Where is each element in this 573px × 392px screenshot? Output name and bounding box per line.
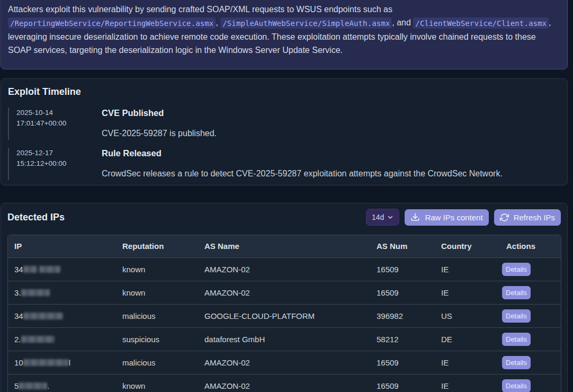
- details-4[interactable]: Details: [502, 333, 531, 346]
- ip-row-5: 10l maliciousAMAZON-0216509IE Details: [8, 351, 561, 374]
- days-select[interactable]: 14d: [366, 209, 399, 226]
- details-6[interactable]: Details: [502, 379, 531, 392]
- ip-row-1: 34 knownAMAZON-0216509IE Details: [8, 257, 561, 281]
- detected-ips-header: Detected IPs 14d Raw IPs content Refresh…: [7, 209, 561, 226]
- ip-row-4: 2. suspiciousdataforest GmbH58212DE Deta…: [8, 327, 561, 351]
- raw-ips-button[interactable]: Raw IPs content: [405, 209, 488, 226]
- details-3[interactable]: Details: [502, 309, 531, 323]
- exploit-timeline: Exploit Timeline 2025-10-1417:01:47+00:0…: [1, 78, 568, 185]
- ips-table-wrap: IPReputationAS NameAS NumCountryActions …: [7, 235, 561, 392]
- vulnerability-description: Attackers exploit this vulnerability by …: [1, 0, 568, 69]
- timeline-list: 2025-10-1417:01:47+00:00 CVE Published C…: [8, 108, 560, 180]
- timeline-item-cve: 2025-10-1417:01:47+00:00 CVE Published C…: [8, 108, 560, 140]
- ip-row-6: 5. knownAMAZON-0216509IE Details: [8, 374, 561, 392]
- details-2[interactable]: Details: [502, 286, 531, 299]
- ips-table: IPReputationAS NameAS NumCountryActions …: [8, 235, 561, 392]
- ip-row-2: 3. knownAMAZON-0216509IE Details: [8, 281, 561, 304]
- description-text: Attackers exploit this vulnerability by …: [8, 3, 560, 57]
- refresh-ips-button[interactable]: Refresh IPs: [494, 209, 561, 226]
- details-5[interactable]: Details: [502, 356, 531, 369]
- ip-row-3: 34 maliciousGOOGLE-CLOUD-PLATFORM396982U…: [8, 304, 561, 327]
- timeline-title: Exploit Timeline: [8, 86, 560, 97]
- timeline-item-rule: 2025-12-1715:12:12+00:00 Rule Released C…: [8, 148, 560, 180]
- detected-ips-title: Detected IPs: [7, 209, 65, 226]
- detected-ips: Detected IPs 14d Raw IPs content Refresh…: [1, 203, 568, 392]
- details-1[interactable]: Details: [502, 263, 531, 276]
